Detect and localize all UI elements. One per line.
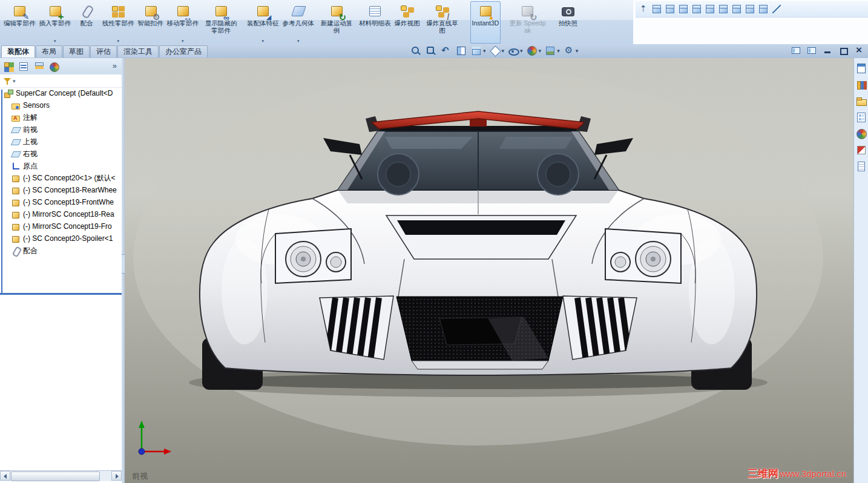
close-button[interactable] (852, 45, 866, 56)
view-toolbar-icon[interactable] (691, 4, 702, 15)
main-area: » SuperCar Concept (Default<D Sensors (0, 58, 868, 483)
view-toolbar-icon[interactable] (651, 4, 662, 15)
scroll-left-button[interactable] (0, 471, 10, 481)
ribbon-button[interactable]: 新建运动算例 (316, 1, 357, 44)
tree-item[interactable]: 配合 (0, 245, 122, 257)
ribbon-button[interactable]: 配合 (73, 1, 100, 44)
ribbon-button[interactable]: 爆炸视图 (393, 1, 422, 44)
ribbon-button[interactable]: 编辑零部件 (2, 1, 38, 44)
view-toolbar-icon[interactable] (678, 4, 689, 15)
task-pane-tab-icon[interactable] (855, 111, 867, 123)
command-tab[interactable]: 草图 (63, 45, 90, 58)
scrollbar-thumb[interactable] (11, 472, 100, 481)
command-tab[interactable]: 渲染工具 (117, 45, 159, 58)
ribbon-button-label: 显示隐藏的零部件 (202, 20, 240, 34)
ribbon-button[interactable]: 装配体特征 (245, 1, 281, 44)
panel-tabs-overflow-chevron[interactable]: » (113, 61, 117, 70)
panel-tab-icon[interactable] (2, 60, 15, 73)
task-pane-tab-icon[interactable] (855, 128, 867, 140)
scroll-right-button[interactable] (111, 471, 122, 481)
heads-up-glyph-icon (410, 45, 422, 56)
task-pane-tab-icon[interactable] (855, 95, 867, 107)
view-toolbar-icon[interactable] (705, 4, 715, 15)
panel-toggle-icon-1[interactable] (789, 45, 803, 56)
heads-up-button[interactable] (544, 45, 561, 57)
filter-caret-icon[interactable] (13, 78, 16, 84)
tree-item[interactable]: Sensors (0, 99, 122, 111)
heads-up-glyph-icon (425, 45, 437, 56)
task-pane-tab-icon[interactable] (855, 79, 867, 91)
view-toolbar-icon[interactable] (718, 4, 729, 15)
tree-item[interactable]: 原点 (0, 160, 122, 172)
panel-tab-icon[interactable] (32, 60, 45, 73)
panel-tab-icon[interactable] (47, 60, 61, 73)
ribbon-button-icon (110, 4, 127, 19)
view-toolbar-icon[interactable] (665, 4, 676, 15)
tree-item[interactable]: (-) SC Concept18-RearWhee (0, 184, 122, 196)
tree-item[interactable]: (-) MirrorSC Concept18-Rea (0, 208, 122, 220)
minimize-button[interactable] (821, 45, 834, 56)
heads-up-button[interactable] (424, 45, 438, 57)
task-pane-tab-icon[interactable] (855, 144, 867, 156)
command-tab[interactable]: 评估 (90, 45, 117, 58)
ribbon-button[interactable]: 更新 Speedpak (507, 1, 548, 44)
command-tab-label: 布局 (42, 47, 56, 57)
ribbon-button[interactable]: 材料明细表 (357, 1, 393, 44)
graphics-area[interactable]: 前视 三维网 www.3dportal.cn (125, 58, 853, 483)
heads-up-button[interactable] (525, 45, 542, 57)
tree-item[interactable]: 注解 (0, 111, 122, 123)
tree-item[interactable]: (-) SC Concept20<1> (默认< (0, 172, 122, 184)
heads-up-button[interactable] (562, 45, 579, 57)
view-toolbar-icon[interactable] (745, 4, 755, 15)
heads-up-button[interactable] (439, 45, 453, 57)
restore-button[interactable] (837, 45, 850, 56)
tree-item[interactable]: SuperCar Concept (Default<D (0, 87, 122, 99)
task-pane-tab-icon[interactable] (855, 160, 867, 172)
ribbon-button[interactable]: 参考几何体 (281, 1, 317, 44)
tree-item[interactable]: 右视 (0, 148, 122, 160)
tree-item-icon (11, 162, 21, 171)
panel-horizontal-scrollbar[interactable] (0, 470, 122, 481)
view-toolbar-icon[interactable] (731, 4, 742, 15)
view-toolbar-icon[interactable] (758, 4, 769, 15)
task-pane-tab-icon[interactable] (855, 62, 867, 74)
tree-item[interactable]: 上视 (0, 136, 122, 148)
ribbon-button[interactable]: 移动零部件 (165, 1, 201, 44)
heads-up-button[interactable] (488, 45, 505, 57)
ribbon-button[interactable]: 爆炸直线草图 (422, 1, 463, 44)
tree-item-icon (11, 113, 21, 122)
tree-item[interactable]: (-) SC Concept20-Spoiler<1 (0, 232, 122, 245)
tree-item[interactable]: (-) SC Concept19-FrontWhe (0, 196, 122, 208)
dropdown-caret-icon (116, 39, 120, 43)
panel-tab-strip (0, 58, 122, 75)
ribbon-button-icon (11, 4, 28, 19)
tree-item[interactable]: (-) MirrorSC Concept19-Fro (0, 220, 122, 232)
ribbon-button[interactable]: 拍快照 (554, 1, 582, 44)
watermark: 三维网 www.3dportal.cn (748, 467, 846, 481)
solidworks-window: 编辑零部件 插入零部件 配合 线性零部件 (0, 0, 868, 483)
ribbon-button-label: 插入零部件 (39, 20, 71, 27)
heads-up-button[interactable] (507, 45, 524, 57)
ribbon-button[interactable]: 线性零部件 (100, 1, 136, 44)
feature-manager-panel: » SuperCar Concept (Default<D Sensors (0, 58, 122, 483)
tree-item[interactable]: 前视 (0, 123, 122, 136)
ribbon-button[interactable]: 显示隐藏的零部件 (200, 1, 242, 44)
view-toolbar-icon[interactable] (638, 4, 649, 15)
ribbon-button-icon (366, 4, 383, 19)
view-toolbar-icon[interactable] (771, 4, 782, 15)
panel-tab-icon[interactable] (17, 60, 30, 73)
tree-item-label: 注解 (23, 113, 38, 123)
heads-up-glyph-icon (489, 45, 501, 56)
heads-up-button[interactable] (470, 45, 487, 57)
panel-toggle-icon-2[interactable] (805, 45, 818, 56)
ribbon-button[interactable]: Instant3D (470, 1, 501, 44)
command-tab[interactable]: 布局 (36, 45, 62, 58)
ribbon-button[interactable]: 智能扣件 (136, 1, 165, 44)
command-tab[interactable]: 办公室产品 (159, 45, 208, 58)
command-tab[interactable]: 装配体 (1, 45, 35, 58)
heads-up-button[interactable] (409, 45, 422, 57)
filter-funnel-icon[interactable] (3, 77, 12, 85)
heads-up-button[interactable] (455, 45, 468, 57)
ribbon-button[interactable]: 插入零部件 (38, 1, 73, 44)
rollback-bar[interactable] (0, 293, 122, 295)
